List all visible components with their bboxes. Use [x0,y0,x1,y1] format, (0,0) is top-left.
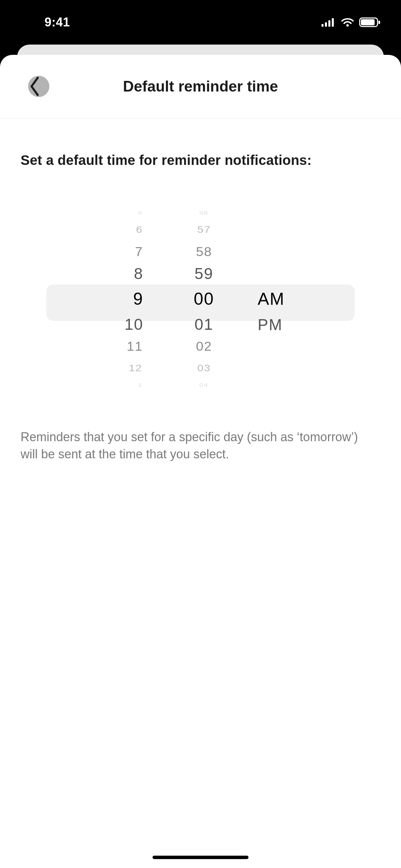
chevron-left-icon [28,76,40,97]
minute-column[interactable]: 56 57 58 59 00 01 02 03 04 [164,199,244,391]
hour-option[interactable]: 11 [126,336,143,356]
minute-option[interactable]: 04 [199,382,208,388]
back-button[interactable] [17,69,51,104]
hour-selected[interactable]: 9 [133,285,144,314]
svg-rect-1 [325,22,327,27]
hour-column[interactable]: 5 6 7 8 9 10 11 12 1 [63,199,164,391]
minute-selected[interactable]: 00 [194,285,214,314]
svg-rect-6 [361,19,375,25]
battery-icon [359,17,380,27]
hour-option[interactable]: 1 [138,382,142,388]
svg-point-4 [347,24,349,27]
section-heading: Set a default time for reminder notifica… [21,153,380,168]
minute-option[interactable]: 59 [194,263,213,285]
status-indicators [321,17,380,27]
hour-option[interactable]: 5 [138,210,142,216]
minute-option[interactable]: 56 [199,210,208,216]
hour-option[interactable]: 7 [135,242,143,262]
hour-option[interactable]: 6 [136,221,143,238]
period-option[interactable]: PM [258,314,283,336]
time-picker[interactable]: 5 6 7 8 9 10 11 12 1 56 57 58 59 [46,199,355,391]
hour-option[interactable]: 8 [134,263,144,285]
svg-rect-0 [321,24,324,27]
period-column[interactable]: AM PM [244,199,338,391]
status-bar: 9:41 [0,0,401,45]
cellular-icon [321,18,336,27]
description-text: Reminders that you set for a specific da… [21,429,380,463]
svg-rect-2 [328,20,330,27]
minute-option[interactable]: 01 [194,313,213,335]
status-time: 9:41 [45,15,70,29]
minute-option[interactable]: 03 [197,360,210,376]
content: Set a default time for reminder notifica… [0,118,401,868]
period-selected[interactable]: AM [258,284,285,313]
minute-option[interactable]: 58 [196,242,212,262]
header: Default reminder time [0,55,401,118]
settings-sheet: Default reminder time Set a default time… [0,55,401,868]
hour-option[interactable]: 12 [129,360,142,376]
home-indicator[interactable] [153,856,248,859]
svg-rect-3 [332,18,334,27]
svg-rect-7 [378,21,380,24]
wifi-icon [341,17,354,27]
page-title: Default reminder time [123,78,278,95]
hour-option[interactable]: 10 [124,313,143,335]
minute-option[interactable]: 57 [197,221,210,238]
minute-option[interactable]: 02 [196,336,212,356]
